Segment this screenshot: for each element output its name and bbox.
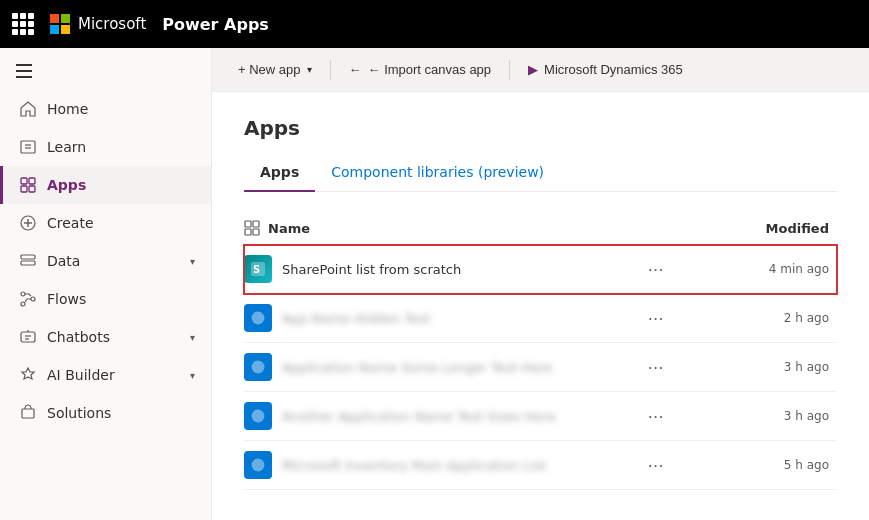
app-icon-4	[244, 402, 272, 430]
chevron-down-icon: ▾	[190, 256, 195, 267]
sidebar-item-label-aibuilder: AI Builder	[47, 367, 180, 383]
svg-rect-3	[21, 178, 27, 184]
svg-rect-20	[245, 221, 251, 227]
tab-component-label: Component libraries (preview)	[331, 164, 544, 180]
row-2-modified: 2 h ago	[729, 311, 829, 325]
svg-rect-10	[21, 255, 35, 259]
sidebar-item-label-learn: Learn	[47, 139, 195, 155]
import-label: ← Import canvas app	[368, 62, 492, 77]
sidebar-item-apps[interactable]: Apps	[0, 166, 211, 204]
row-5-name-cell: Microsoft Inventory Main Application Lis…	[244, 451, 584, 479]
svg-point-26	[252, 312, 265, 325]
svg-rect-4	[29, 178, 35, 184]
table-row[interactable]: Application Name Some Longer Text Here ⋯…	[244, 343, 837, 392]
data-icon	[19, 252, 37, 270]
app-icon-5	[244, 451, 272, 479]
sidebar-item-label-flows: Flows	[47, 291, 195, 307]
sidebar-item-label-data: Data	[47, 253, 180, 269]
flows-icon	[19, 290, 37, 308]
row-3-name-cell: Application Name Some Longer Text Here	[244, 353, 584, 381]
apps-icon	[19, 176, 37, 194]
tabs: Apps Component libraries (preview)	[244, 156, 837, 192]
row-5-actions[interactable]: ⋯	[584, 456, 729, 475]
row-3-modified: 3 h ago	[729, 360, 829, 374]
sharepoint-app-icon: S	[244, 255, 272, 283]
svg-point-28	[252, 410, 265, 423]
row-4-name: Another Application Name Text Goes Here	[282, 409, 555, 424]
microsoft-logo: Microsoft	[50, 14, 146, 34]
name-column-header: Name	[244, 220, 584, 236]
svg-rect-11	[21, 261, 35, 265]
apps-table: Name Modified S SharePoint l	[244, 212, 837, 490]
sidebar-item-home[interactable]: Home	[0, 90, 211, 128]
row-5-name: Microsoft Inventory Main Application Lis…	[282, 458, 546, 473]
main-content: Apps Apps Component libraries (preview)	[212, 92, 869, 520]
tab-apps[interactable]: Apps	[244, 156, 315, 192]
sidebar: Home Learn Apps	[0, 48, 212, 520]
table-row[interactable]: App Name Hidden Text ⋯ 2 h ago	[244, 294, 837, 343]
import-canvas-button[interactable]: ← ← Import canvas app	[339, 56, 502, 83]
tab-component-libraries[interactable]: Component libraries (preview)	[315, 156, 560, 192]
row-2-actions[interactable]: ⋯	[584, 309, 729, 328]
sidebar-item-flows[interactable]: Flows	[0, 280, 211, 318]
toolbar-separator-1	[330, 60, 331, 80]
toolbar: + New app ▾ ← ← Import canvas app ▶ Micr…	[212, 48, 869, 92]
row-4-name-cell: Another Application Name Text Goes Here	[244, 402, 584, 430]
sidebar-item-solutions[interactable]: Solutions	[0, 394, 211, 432]
hamburger-button[interactable]	[0, 56, 211, 90]
svg-rect-19	[22, 409, 34, 418]
sidebar-item-create[interactable]: Create	[0, 204, 211, 242]
svg-rect-0	[21, 141, 35, 153]
sidebar-item-label-create: Create	[47, 215, 195, 231]
chevron-down-icon-2: ▾	[190, 332, 195, 343]
sidebar-item-label-chatbots: Chatbots	[47, 329, 180, 345]
table-header: Name Modified	[244, 212, 837, 245]
sidebar-item-aibuilder[interactable]: AI Builder ▾	[0, 356, 211, 394]
row-3-name: Application Name Some Longer Text Here	[282, 360, 552, 375]
new-app-button[interactable]: + New app ▾	[228, 56, 322, 83]
table-row[interactable]: Microsoft Inventory Main Application Lis…	[244, 441, 837, 490]
tab-apps-label: Apps	[260, 164, 299, 180]
svg-point-12	[21, 292, 25, 296]
dynamics-button[interactable]: ▶ Microsoft Dynamics 365	[518, 56, 693, 83]
app-icon-2	[244, 304, 272, 332]
top-nav: Microsoft Power Apps	[0, 0, 869, 48]
row-1-modified: 4 min ago	[729, 262, 829, 276]
create-icon	[19, 214, 37, 232]
dynamics-label: Microsoft Dynamics 365	[544, 62, 683, 77]
row-3-actions[interactable]: ⋯	[584, 358, 729, 377]
waffle-icon[interactable]	[12, 13, 34, 35]
svg-point-29	[252, 459, 265, 472]
sidebar-item-data[interactable]: Data ▾	[0, 242, 211, 280]
row-1-actions[interactable]: ⋯	[584, 260, 729, 279]
row-2-name-cell: App Name Hidden Text	[244, 304, 584, 332]
solutions-icon	[19, 404, 37, 422]
row-1-name-cell: S SharePoint list from scratch	[244, 255, 584, 283]
svg-point-14	[21, 302, 25, 306]
svg-rect-23	[253, 229, 259, 235]
app-title: Power Apps	[162, 15, 269, 34]
row-2-name: App Name Hidden Text	[282, 311, 431, 326]
chevron-down-icon-3: ▾	[190, 370, 195, 381]
row-4-actions[interactable]: ⋯	[584, 407, 729, 426]
svg-rect-5	[21, 186, 27, 192]
sidebar-item-chatbots[interactable]: Chatbots ▾	[0, 318, 211, 356]
svg-point-13	[31, 297, 35, 301]
svg-rect-15	[21, 332, 35, 342]
microsoft-label: Microsoft	[78, 15, 146, 33]
svg-rect-6	[29, 186, 35, 192]
svg-rect-21	[253, 221, 259, 227]
table-row[interactable]: S SharePoint list from scratch ⋯ 4 min a…	[244, 245, 837, 294]
sidebar-item-label-solutions: Solutions	[47, 405, 195, 421]
sidebar-item-learn[interactable]: Learn	[0, 128, 211, 166]
modified-header-label: Modified	[729, 221, 829, 236]
ai-builder-icon	[19, 366, 37, 384]
import-arrow-icon: ←	[349, 62, 362, 77]
page-title: Apps	[244, 116, 837, 140]
row-4-modified: 3 h ago	[729, 409, 829, 423]
svg-rect-22	[245, 229, 251, 235]
body-container: Home Learn Apps	[0, 48, 869, 520]
dynamics-play-icon: ▶	[528, 62, 538, 77]
chatbots-icon	[19, 328, 37, 346]
table-row[interactable]: Another Application Name Text Goes Here …	[244, 392, 837, 441]
